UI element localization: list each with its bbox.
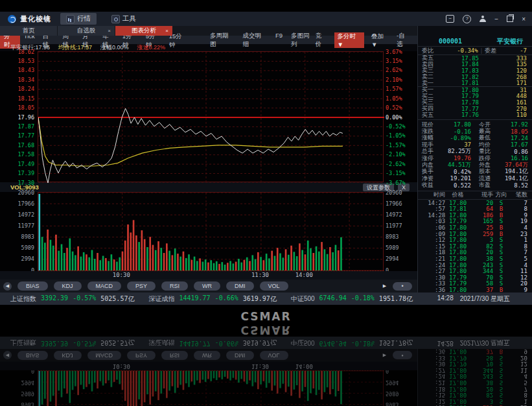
- title-bar: 量化棱镜 行情 工具 − ? − ×: [0, 12, 532, 26]
- status-bar: 上证指数3392.39-0.57%5025.57亿深证成指14419.77-0.…: [0, 293, 532, 305]
- axis-label: 8983: [0, 401, 34, 406]
- tick-row[interactable]: 14:2817.80186B9: [418, 212, 532, 219]
- weibi-label: 委比: [422, 47, 434, 55]
- menu-quotes-label: 行情: [77, 14, 91, 23]
- axis-label: 3.67%: [386, 49, 402, 55]
- tick-row: :3017.7970S12: [418, 361, 532, 367]
- index-quotes: 上证指数3392.39-0.57%5025.57亿深证成指14419.77-0.…: [10, 339, 422, 348]
- tab-chart-analysis[interactable]: 图表分析 ×: [115, 26, 172, 36]
- view-多图同列[interactable]: 多图同列: [291, 32, 316, 49]
- indicator-BIAS: BIAS: [17, 351, 48, 360]
- tool-竞价[interactable]: 竞价: [316, 32, 328, 49]
- axis-label: 0.00%: [386, 114, 402, 121]
- tick-row[interactable]: :0917.80259B23: [418, 231, 532, 237]
- close-icon[interactable]: ×: [522, 16, 526, 23]
- status-date: 2021/7/30 星期五: [460, 294, 510, 304]
- app-logo-icon: [8, 15, 16, 23]
- axis-label: 5989: [386, 245, 399, 251]
- scroll-left-icon: ◀: [3, 352, 12, 360]
- tick-row[interactable]: :1517.8082S8: [418, 243, 532, 250]
- tick-row[interactable]: 14:2717.8020S7: [418, 200, 532, 206]
- tab-close-icon[interactable]: ×: [108, 28, 111, 34]
- tick-row[interactable]: :2717.80344S11: [418, 268, 532, 274]
- status-time: 14:28: [437, 294, 454, 304]
- dock-icon[interactable]: −: [446, 15, 454, 23]
- volume-axis-left: 209601796614972119778983598929940: [0, 192, 36, 271]
- intraday-chart[interactable]: 18.6218.5318.4318.3418.2418.1518.0517.96…: [0, 51, 417, 182]
- indicator-WR[interactable]: WR: [194, 281, 220, 291]
- tick-row[interactable]: :2417.80243S4: [418, 262, 532, 269]
- tool-多分时[interactable]: 多分时▼: [334, 32, 364, 48]
- weibi-row: 委比 -0.34% | 委差 -7: [418, 47, 532, 55]
- axis-label: 2994: [0, 256, 34, 262]
- scene: 量化棱镜 行情 工具 − ? − ×: [0, 0, 532, 406]
- app-title: 量化棱镜: [20, 14, 51, 24]
- tick-row[interactable]: :1817.8020S7: [418, 250, 532, 256]
- volume-axis-left: 209601796614972119778983598929940: [0, 370, 36, 406]
- axis-label: 0.52%: [386, 104, 402, 111]
- tick-row[interactable]: :1217.803S1: [418, 237, 532, 243]
- menu-quotes[interactable]: 行情: [60, 13, 97, 25]
- axis-label: 18.05: [0, 104, 34, 111]
- add-indicator-button[interactable]: •: [393, 282, 412, 291]
- volume-plot: [38, 370, 384, 406]
- indicator-VOL[interactable]: VOL: [260, 281, 288, 291]
- price-plot[interactable]: [38, 51, 384, 182]
- tick-row[interactable]: :3017.7970S12: [418, 274, 532, 281]
- tab-home-label: 首页: [23, 27, 35, 35]
- stock-header[interactable]: 000001 平安银行: [418, 36, 532, 47]
- axis-label: 18.53: [0, 58, 34, 64]
- indicator-bar: ◀ BIASKDJMACDPSYRSIWRDMIVOL ▶ •: [0, 349, 417, 362]
- tool-叠加[interactable]: 叠加▼: [371, 32, 389, 48]
- tab-home[interactable]: 首页: [0, 26, 57, 36]
- tick-row[interactable]: :0317.79165S19: [418, 219, 532, 225]
- axis-label: 5989: [0, 245, 34, 251]
- tick-col-header: 时间: [418, 191, 445, 199]
- index-quote[interactable]: 深证成指14419.77-0.66%3619.97亿: [148, 294, 276, 304]
- scroll-right-icon[interactable]: ▶: [380, 282, 389, 291]
- volume-chart[interactable]: 209601796614972119778983598929940 209601…: [0, 192, 417, 271]
- index-quote[interactable]: 上证指数3392.39-0.57%5025.57亿: [10, 294, 134, 304]
- indicator-DMI[interactable]: DMI: [226, 281, 254, 291]
- order-row[interactable]: 买五17.76110: [418, 112, 532, 118]
- menu-tools[interactable]: 工具: [106, 13, 142, 25]
- indicator-RSI: RSI: [161, 351, 188, 360]
- view-多周期图[interactable]: 多周期图: [210, 32, 235, 49]
- tab-watchlist[interactable]: 自选股 ×: [58, 26, 115, 36]
- indicator-MACD[interactable]: MACD: [87, 281, 122, 291]
- minimize-icon[interactable]: −: [494, 16, 498, 23]
- tick-row[interactable]: :2117.8038S5: [418, 256, 532, 262]
- tab-chart-analysis-label: 图表分析: [132, 27, 156, 35]
- view-F9[interactable]: F9: [275, 32, 283, 49]
- axis-label: 17966: [0, 200, 34, 207]
- view-成交明细[interactable]: 成交明细: [242, 32, 267, 49]
- tick-col-header: 现手: [470, 191, 493, 199]
- time-label: 14:00: [295, 272, 313, 278]
- time-label: 14:00: [295, 363, 313, 370]
- restore-icon[interactable]: [507, 16, 513, 22]
- tick-row[interactable]: :5717.8164B8: [418, 206, 532, 212]
- axis-label: -3.67%: [386, 180, 406, 186]
- indicator-BIAS[interactable]: BIAS: [17, 281, 48, 291]
- axis-label: -1.57%: [386, 142, 406, 149]
- indicator-PSY[interactable]: PSY: [127, 281, 156, 291]
- tick-row[interactable]: :3317.7958S20: [418, 281, 532, 287]
- user-icon[interactable]: [480, 16, 486, 22]
- quotes-icon: [66, 15, 75, 23]
- index-quote[interactable]: 中证5006746.94-0.18%1951.78亿: [291, 294, 413, 304]
- help-icon[interactable]: ?: [463, 15, 471, 23]
- tab-close-icon[interactable]: ×: [165, 28, 168, 34]
- tick-row[interactable]: :0617.8025B4: [418, 224, 532, 231]
- volume-plot[interactable]: [38, 192, 384, 271]
- axis-label: 8983: [386, 233, 399, 240]
- axis-label: 17.96: [0, 114, 34, 121]
- axis-label: 18.24: [0, 86, 34, 92]
- quote-panel: 000001 平安银行 委比 -0.34% | 委差 -7 卖五17.85333…: [418, 26, 532, 293]
- indicator-RSI[interactable]: RSI: [161, 281, 188, 291]
- scroll-left-icon[interactable]: ◀: [3, 282, 12, 291]
- axis-label: 11977: [0, 222, 34, 229]
- indicator-KDJ[interactable]: KDJ: [54, 281, 82, 291]
- chart-column: 首页 自选股 × 图表分析 × 分时Tick日线周线月线年线1分钟5分钟15分钟…: [0, 337, 418, 406]
- tool--自选[interactable]: -自选: [397, 32, 411, 49]
- axis-label: 2994: [386, 256, 399, 262]
